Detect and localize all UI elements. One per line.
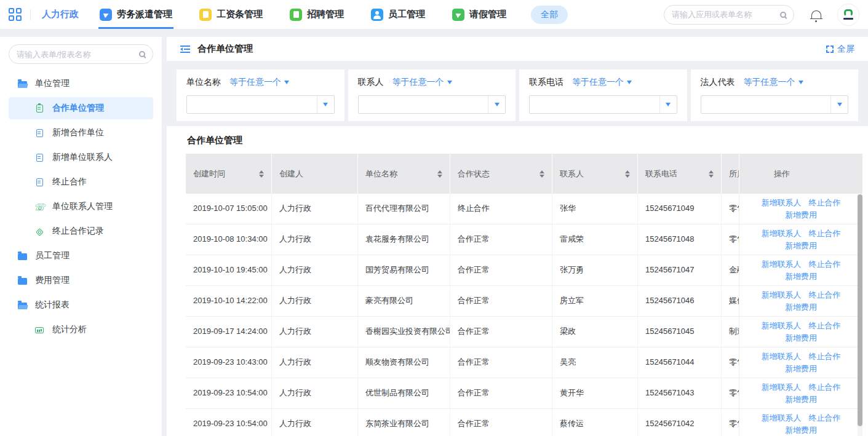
- action-terminate-link[interactable]: 终止合作: [809, 381, 841, 394]
- action-add-contact-link[interactable]: 新增联系人: [762, 320, 802, 332]
- cell-contact: 张万勇: [552, 255, 638, 285]
- app-tab[interactable]: 招聘管理: [290, 0, 344, 29]
- table-scrollbar-thumb[interactable]: [858, 194, 862, 426]
- sort-icon[interactable]: [540, 170, 544, 178]
- filter-value-input[interactable]: [187, 96, 317, 113]
- filter-operator-dropdown[interactable]: 等于任意一个: [572, 77, 632, 88]
- action-add-fee-link[interactable]: 新增费用: [785, 424, 817, 436]
- app-tab[interactable]: 劳务派遣管理: [100, 0, 172, 29]
- filter-select-button[interactable]: [488, 96, 505, 113]
- sidebar-item[interactable]: 员工管理: [0, 244, 162, 268]
- action-add-fee-link[interactable]: 新增费用: [785, 209, 817, 221]
- filter-value-select[interactable]: [529, 95, 677, 114]
- filter-operator-dropdown[interactable]: 等于任意一个: [744, 77, 803, 88]
- collapse-menu-icon[interactable]: [180, 46, 190, 53]
- global-search-input[interactable]: [672, 10, 780, 19]
- table-scrollbar[interactable]: [858, 194, 862, 436]
- action-add-contact-link[interactable]: 新增联系人: [762, 228, 802, 240]
- table-row[interactable]: 2019-10-08 10:34:00 人力行政 袁花服务有限公司 合作正常 雷…: [186, 224, 862, 255]
- sidebar-item[interactable]: 终止合作记录: [0, 219, 162, 244]
- column-header[interactable]: 创建时间: [186, 154, 272, 194]
- filter-select-button[interactable]: [830, 96, 848, 113]
- filter-value-input[interactable]: [359, 96, 488, 113]
- item-icon-glyph: [18, 278, 27, 285]
- apps-grid-icon[interactable]: [9, 8, 22, 21]
- sort-icon[interactable]: [625, 170, 630, 178]
- table-row[interactable]: 2019-09-23 10:54:00 人力行政 优世制品有限公司 合作正常 黄…: [186, 378, 862, 409]
- table-row[interactable]: 2019-10-10 14:22:00 人力行政 豪亮有限公司 合作正常 房立军…: [186, 286, 862, 317]
- action-add-contact-link[interactable]: 新增联系人: [762, 289, 802, 301]
- action-terminate-link[interactable]: 终止合作: [809, 289, 841, 301]
- search-icon[interactable]: [780, 12, 786, 18]
- column-header[interactable]: 合作状态: [450, 154, 552, 194]
- action-terminate-link[interactable]: 终止合作: [809, 228, 841, 240]
- action-add-contact-link[interactable]: 新增联系人: [762, 258, 802, 271]
- action-add-fee-link[interactable]: 新增费用: [785, 240, 817, 252]
- sidebar-item[interactable]: 终止合作: [0, 170, 162, 194]
- filter-select-button[interactable]: [317, 96, 334, 113]
- search-icon[interactable]: [139, 51, 145, 57]
- sidebar-item[interactable]: 新增合作单位: [0, 121, 162, 145]
- fullscreen-button[interactable]: 全屏: [826, 44, 854, 55]
- filter-value-select[interactable]: [358, 95, 506, 114]
- action-add-fee-link[interactable]: 新增费用: [785, 271, 817, 283]
- form-search-input[interactable]: [17, 50, 139, 59]
- table: 创建时间 创建人 单位名称: [186, 154, 862, 436]
- filter-value-input[interactable]: [530, 96, 659, 113]
- sort-icon[interactable]: [259, 170, 264, 178]
- table-row[interactable]: 2019-10-10 19:45:00 人力行政 国芳贸易有限公司 合作正常 张…: [186, 255, 862, 286]
- sidebar-item[interactable]: 统计分析: [0, 317, 162, 342]
- action-terminate-link[interactable]: 终止合作: [809, 258, 841, 271]
- column-header[interactable]: 联系人: [552, 154, 638, 194]
- item-icon-glyph: [18, 303, 27, 309]
- action-add-contact-link[interactable]: 新增联系人: [762, 197, 802, 209]
- action-terminate-link[interactable]: 终止合作: [809, 412, 841, 424]
- app-tab[interactable]: 工资条管理: [199, 0, 263, 29]
- sort-icon[interactable]: [709, 170, 714, 178]
- action-add-contact-link[interactable]: 新增联系人: [762, 381, 802, 394]
- item-icon-glyph: [35, 327, 44, 333]
- filter-value-input[interactable]: [701, 96, 831, 113]
- sidebar-item[interactable]: 单位联系人管理: [0, 194, 162, 219]
- column-header[interactable]: 创建人: [272, 154, 358, 194]
- action-terminate-link[interactable]: 终止合作: [809, 351, 841, 363]
- app-tab[interactable]: 请假管理: [452, 0, 506, 29]
- action-add-contact-link[interactable]: 新增联系人: [762, 412, 802, 424]
- filter-operator-dropdown[interactable]: 等于任意一个: [392, 77, 452, 88]
- item-label: 新增合作单位: [52, 127, 104, 138]
- action-add-fee-link[interactable]: 新增费用: [785, 301, 817, 314]
- all-apps-pill[interactable]: 全部: [531, 6, 568, 24]
- table-row[interactable]: 2019-09-17 14:24:00 人力行政 香榭园实业投资有限公司 合作正…: [186, 317, 862, 347]
- sidebar-item[interactable]: 费用管理: [0, 268, 162, 293]
- table-row[interactable]: 2019-09-23 10:43:00 人力行政 顺友物资有限公司 合作正常 吴…: [186, 347, 862, 378]
- table-row[interactable]: 2019-10-07 15:05:00 人力行政 百代代理有限公司 终止合作 张…: [186, 194, 862, 224]
- column-header[interactable]: 所属: [722, 154, 739, 194]
- filter-value-select[interactable]: [701, 95, 849, 114]
- row-action-links: 新增联系人 终止合作 新增费用: [755, 381, 847, 406]
- app-tab[interactable]: 员工管理: [371, 0, 425, 29]
- cell-actions: 新增联系人 终止合作 新增费用: [739, 286, 862, 316]
- action-add-fee-link[interactable]: 新增费用: [785, 363, 817, 375]
- column-header[interactable]: 操作: [739, 154, 862, 194]
- action-add-contact-link[interactable]: 新增联系人: [762, 351, 802, 363]
- notification-bell-icon[interactable]: [811, 10, 821, 19]
- sidebar-item[interactable]: 新增单位联系人: [0, 145, 162, 170]
- sidebar-item[interactable]: 统计报表: [0, 293, 162, 317]
- sort-icon[interactable]: [437, 170, 442, 178]
- action-add-fee-link[interactable]: 新增费用: [785, 332, 817, 344]
- sidebar-item[interactable]: 单位管理: [0, 71, 162, 96]
- app-root: 人力行政 劳务派遣管理 工资条管理: [0, 0, 868, 436]
- cell-actions: 新增联系人 终止合作 新增费用: [739, 409, 862, 436]
- user-avatar[interactable]: [837, 4, 859, 26]
- filter-operator-dropdown[interactable]: 等于任意一个: [229, 77, 289, 88]
- column-header[interactable]: 单位名称: [358, 154, 450, 194]
- column-header[interactable]: 联系电话: [638, 154, 722, 194]
- filter-select-button[interactable]: [659, 96, 677, 113]
- filter-value-select[interactable]: [186, 95, 335, 114]
- action-terminate-link[interactable]: 终止合作: [809, 197, 841, 209]
- sidebar-item[interactable]: 合作单位管理: [9, 97, 153, 119]
- action-add-fee-link[interactable]: 新增费用: [785, 394, 817, 406]
- workspace-name[interactable]: 人力行政: [42, 9, 79, 20]
- table-row[interactable]: 2019-09-23 10:54:00 人力行政 东简茶业有限公司 合作正常 蔡…: [186, 409, 862, 436]
- action-terminate-link[interactable]: 终止合作: [809, 320, 841, 332]
